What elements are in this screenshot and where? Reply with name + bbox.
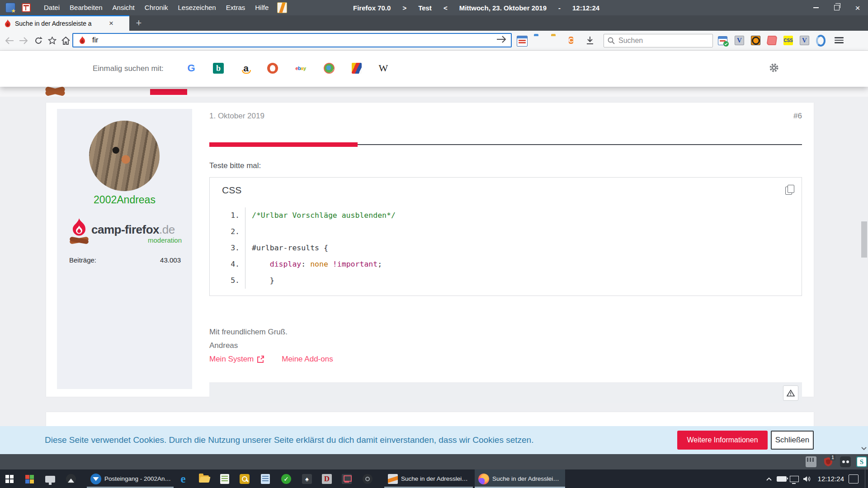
google-engine-icon[interactable]: G (185, 62, 197, 74)
back-icon[interactable] (4, 35, 15, 47)
meine-addons-link[interactable]: Meine Add-ons (282, 355, 333, 364)
author-username[interactable]: 2002Andreas (57, 194, 192, 206)
cookie-info-button[interactable]: Weitere Informationen (677, 431, 768, 450)
notes-icon[interactable] (259, 473, 271, 485)
duckduckgo-engine-icon[interactable] (267, 62, 278, 74)
camera-app-icon[interactable] (362, 473, 373, 485)
taskbar-window-firefox-1[interactable]: Suche in der Adresslei… (384, 469, 473, 488)
post-date[interactable]: 1. Oktober 2019 (209, 112, 264, 121)
search-settings-gear-icon[interactable] (769, 62, 779, 75)
ext-magnifier-orange-icon[interactable] (751, 36, 760, 45)
start-button[interactable] (4, 473, 15, 485)
ext-swirl-icon[interactable] (816, 36, 826, 45)
line-number: 5. (210, 272, 245, 289)
report-post-button[interactable] (783, 385, 798, 401)
menu-datei[interactable]: Datei (39, 0, 65, 15)
post-intro-text: Teste bitte mal: (209, 161, 261, 170)
edge-icon[interactable]: e (177, 473, 189, 485)
menu-hilfe[interactable]: Hilfe (250, 0, 274, 15)
file-explorer-icon[interactable] (198, 473, 210, 485)
new-tab-button[interactable]: + (133, 17, 145, 29)
network-icon[interactable] (788, 469, 801, 488)
menu-bearbeiten[interactable]: Bearbeiten (65, 0, 108, 15)
shield-badge-count: 1 (830, 455, 835, 460)
menu-chronik[interactable]: Chronik (140, 0, 173, 15)
search-bar[interactable] (604, 34, 713, 47)
taskbar-photo-app-icon[interactable] (65, 473, 77, 485)
action-center-icon[interactable] (849, 474, 859, 483)
folder-blue-icon[interactable] (534, 36, 544, 46)
bookmarks-sidebar-icon[interactable] (517, 36, 528, 47)
notepad-icon[interactable] (219, 473, 231, 485)
taskbar-cube-app-icon[interactable] (24, 473, 35, 485)
amazon-engine-icon[interactable]: a (240, 62, 252, 74)
wikipedia-engine-icon[interactable]: W (377, 62, 389, 74)
taskbar-monitor-app-icon[interactable] (44, 473, 56, 485)
active-nav-indicator (150, 89, 187, 95)
go-arrow-icon[interactable] (496, 36, 506, 45)
taskbar-window-thunderbird[interactable]: Posteingang - 2002An… (87, 469, 174, 488)
tray-chevron-up-icon[interactable] (763, 469, 775, 488)
d-app-icon[interactable]: D (321, 473, 333, 485)
menubar: Datei Bearbeiten Ansicht Chronik Lesezei… (39, 0, 274, 15)
scrollbar-down-icon[interactable] (860, 445, 868, 453)
mask-addon-icon[interactable] (840, 456, 851, 467)
ext-v1-icon[interactable]: V (735, 36, 744, 45)
search-input[interactable] (618, 36, 713, 45)
folder-open-icon[interactable] (551, 36, 561, 46)
close-button[interactable]: × (847, 0, 868, 15)
avatar[interactable] (89, 121, 160, 191)
volume-icon[interactable] (801, 469, 813, 488)
scrollbar-thumb[interactable] (861, 221, 867, 258)
cookie-close-button[interactable]: Schließen (771, 431, 814, 450)
antivirus-check-icon[interactable]: ✓ (280, 473, 292, 485)
keepass-icon[interactable] (239, 473, 250, 485)
bookmark-star-icon[interactable] (46, 35, 58, 47)
post-signature: Andreas (209, 341, 238, 350)
brand-name: camp-firefox.de (91, 223, 175, 237)
s-addon-icon[interactable]: S (856, 456, 867, 467)
reload-icon[interactable] (33, 35, 44, 47)
menu-lesezeichen[interactable]: Lesezeichen (173, 0, 221, 15)
film-addon-icon[interactable] (806, 456, 816, 467)
post-number[interactable]: #6 (793, 112, 802, 121)
menu-extras[interactable]: Extras (221, 0, 250, 15)
tab-title: Suche in der Adressleiste a (15, 20, 104, 27)
taskbar-clock[interactable]: 12:12:24 (818, 475, 844, 483)
menu-ansicht[interactable]: Ansicht (108, 0, 140, 15)
code-value: none (310, 260, 328, 268)
mein-system-link[interactable]: Mein System (209, 355, 254, 364)
sync-orange-icon[interactable]: C (569, 36, 579, 46)
pencil-note-icon[interactable] (277, 2, 287, 13)
ext-script-icon[interactable] (767, 36, 778, 45)
show-desktop-button[interactable] (865, 469, 868, 488)
minimize-button[interactable] (806, 0, 826, 15)
oneoff-label: Einmalig suchen mit: (93, 64, 164, 73)
title-dash: - (558, 4, 561, 12)
copy-code-icon[interactable] (785, 185, 794, 195)
leo-engine-icon[interactable] (351, 62, 363, 74)
taskbar-window-firefox-2-active[interactable]: Suche in der Adresslei… (475, 469, 565, 488)
tab-active[interactable]: Suche in der Adressleiste a × (0, 15, 129, 31)
ecosia-engine-icon[interactable] (323, 62, 335, 74)
battery-icon[interactable] (775, 469, 788, 488)
download-icon[interactable] (584, 35, 596, 47)
ext-session-icon[interactable] (718, 36, 727, 45)
url-bar[interactable] (72, 33, 512, 47)
tab-close-icon[interactable]: × (106, 19, 116, 28)
home-icon[interactable] (60, 35, 71, 47)
code-line: 2. (210, 224, 802, 240)
restore-button[interactable] (826, 0, 847, 15)
ebay-engine-icon[interactable]: ebay (295, 62, 307, 74)
bing-engine-icon[interactable]: b (212, 62, 224, 74)
remote-pc-icon[interactable] (341, 473, 353, 485)
spade-app-icon[interactable]: ♠ (301, 473, 313, 485)
search-icon (608, 37, 615, 44)
forward-icon[interactable] (18, 35, 29, 47)
url-input[interactable] (91, 36, 496, 45)
ext-v2-icon[interactable]: V (800, 36, 809, 45)
menu-hamburger-icon[interactable] (835, 37, 844, 44)
title-time: 12:12:24 (572, 4, 599, 12)
shield-addon-icon[interactable]: 1 (823, 456, 834, 467)
ext-css-icon[interactable]: CSS (783, 36, 793, 45)
